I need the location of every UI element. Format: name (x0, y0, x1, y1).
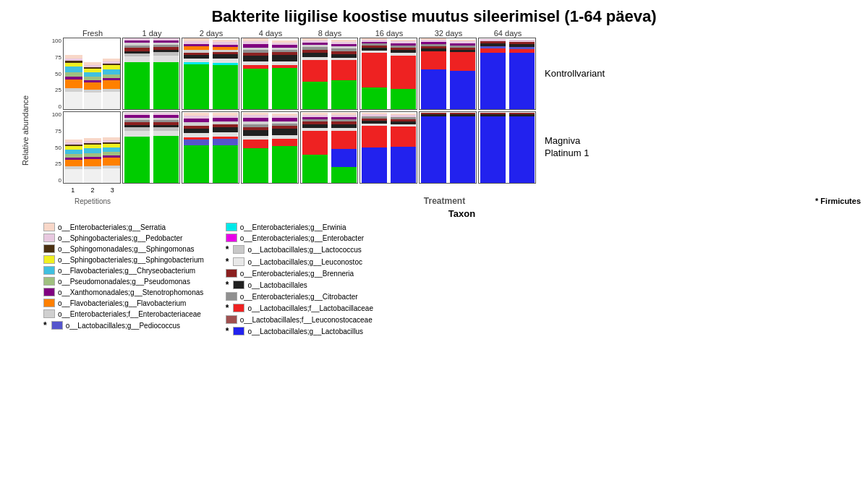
time-label-2days: 2 days (182, 29, 241, 38)
bar-1day-2-row1 (153, 38, 179, 109)
bar-4days-2-row1 (272, 40, 297, 109)
time-label-fresh: Fresh (63, 29, 122, 38)
chart-2days-row2 (182, 111, 239, 184)
legend-item-pedobacter: o__Sphingobacteriales;g__Pedobacter (43, 234, 204, 242)
legend-color-leuconostoc (233, 257, 244, 266)
bar-8days-2-row1 (331, 40, 357, 109)
legend-item-chryseobacterium: o__Flavobacteriales;g__Chryseobacterium (43, 266, 204, 275)
chart-4days-row2 (241, 111, 299, 184)
chart-32days-row2 (419, 111, 477, 184)
legend-item-leuconostoc: * o__Lactobacillales;g__Leuconostoc (226, 257, 373, 267)
chart-1day-row1 (122, 38, 180, 110)
legend-item-lactobacillus: * o__Lactobacillales;g__Lactobacillus (226, 326, 373, 336)
legend-item-flavobacterium: o__Flavobacteriales;g__Flavobacterium (43, 299, 204, 307)
time-label-4days: 4 days (241, 29, 300, 38)
chart-fresh-row2 (63, 111, 121, 184)
taxon-label: Taxon (448, 208, 475, 219)
chart-fresh-row1 (63, 38, 121, 110)
legend-color-citrobacter (226, 292, 237, 301)
legend-color-lactococcus (233, 245, 244, 254)
chart-2days-row1 (182, 38, 239, 110)
row-kontrollvariant: 100 75 50 25 0 (31, 38, 861, 110)
legend-color-stenotrophomonas (43, 288, 55, 296)
legend-col-left: o__Enterobacteriales;g__Serratia o__Sphi… (43, 223, 204, 336)
bar-8days-2-row2 (331, 113, 357, 183)
legend-color-enterobacteriaceae (43, 309, 55, 318)
legend-item-erwinia: o__Enterobacteriales;g__Erwinia (226, 223, 373, 231)
legend-color-lactobacillus (233, 327, 244, 335)
chart-32days-row1 (419, 38, 477, 110)
chart-8days-row2 (300, 111, 358, 184)
row-label-kontrollvariant: Kontrollvariant (545, 68, 605, 80)
chart-16days-row1 (359, 38, 417, 110)
legend-item-brenneria: o__Enterobacteriales;g__Brenneria (226, 269, 373, 278)
time-label-8days: 8 days (300, 29, 359, 38)
bar-2days-2-row2 (213, 113, 238, 183)
bar-2days-1-row2 (184, 113, 209, 183)
x-tick-1: 1 (71, 187, 75, 194)
legend-item-lactobacillales: * o__Lactobacillales (226, 280, 373, 290)
legend-color-erwinia (226, 223, 237, 231)
time-label-1day: 1 day (122, 29, 182, 38)
legend-item-stenotrophomonas: o__Xanthomonadales;g__Stenotrophomonas (43, 288, 204, 296)
treatment-label: Treatment (424, 196, 465, 206)
legend-color-brenneria (226, 269, 237, 278)
bar-16days-1-row2 (362, 113, 387, 183)
legend-item-serratia: o__Enterobacteriales;g__Serratia (43, 223, 204, 231)
time-label-64days: 64 days (478, 29, 537, 38)
legend-item-sphingomonas: o__Sphingomonadales;g__Sphingomonas (43, 244, 204, 253)
legend-item-lactobacillaceae: * o__Lactobacillales;f__Lactobacillaceae (226, 303, 373, 313)
bar-4days-1-row1 (243, 38, 268, 109)
bar-16days-1-row1 (362, 38, 387, 109)
bar-4days-2-row2 (272, 114, 297, 183)
legend-color-pseudomonas (43, 277, 55, 286)
legend-color-enterobacter (226, 234, 237, 242)
bar-64days-2-row2 (509, 113, 535, 183)
legend-color-flavobacterium (43, 299, 55, 307)
legend-color-lactobacillaceae (233, 304, 244, 312)
bar-1day-1-row1 (124, 38, 150, 109)
firmicutes-label: * Firmicutes (815, 197, 861, 205)
legend-item-lactococcus: * o__Lactobacillales;g__Lactococcus (226, 244, 373, 254)
legend-color-pediococcus (51, 321, 63, 330)
legend-color-lactobacillales (233, 281, 244, 289)
time-label-16days: 16 days (359, 29, 419, 38)
repetitions-label: Repetitions (75, 197, 111, 205)
legend-item-citrobacter: o__Enterobacteriales;g__Citrobacter (226, 292, 373, 301)
bar-fresh-2-row2 (84, 138, 101, 183)
bar-fresh-1-row1 (65, 55, 82, 109)
time-label-32days: 32 days (419, 29, 478, 38)
bar-16days-2-row2 (391, 114, 416, 183)
x-tick-3: 3 (111, 187, 114, 194)
bar-32days-2-row1 (450, 40, 475, 109)
bar-32days-1-row2 (421, 113, 446, 183)
chart-64days-row2 (478, 111, 536, 184)
legend-col-right: o__Enterobacteriales;g__Erwinia o__Enter… (226, 223, 373, 336)
chart-4days-row1 (241, 38, 299, 110)
bar-fresh-3-row1 (103, 59, 120, 109)
legend-item-pediococcus: * o__Lactobacillales;g__Pediococcus (43, 320, 204, 330)
bar-16days-2-row1 (391, 40, 416, 109)
x-tick-2: 2 (90, 187, 94, 194)
legend-color-leuconostocaceae (226, 315, 237, 324)
legend-color-chryseobacterium (43, 266, 55, 275)
chart-8days-row1 (300, 38, 358, 110)
bar-64days-1-row1 (480, 39, 506, 109)
chart-1day-row2 (122, 111, 180, 184)
main-title: Bakterite liigilise koostise muutus sile… (0, 0, 868, 26)
bar-64days-1-row2 (480, 113, 506, 183)
bar-fresh-3-row2 (103, 137, 120, 183)
row-label-magniva: MagnivaPlatinum 1 (545, 135, 589, 160)
bar-1day-1-row2 (124, 113, 150, 183)
bar-fresh-2-row1 (84, 62, 101, 109)
legend-item-leuconostocaceae: o__Lactobacillales;f__Leuconostocaceae (226, 315, 373, 324)
legend-area: o__Enterobacteriales;g__Serratia o__Sphi… (0, 220, 868, 336)
row-magniva: 100 75 50 25 0 (31, 111, 861, 184)
chart-64days-row1 (478, 38, 536, 110)
bar-4days-1-row2 (243, 113, 268, 183)
bar-32days-2-row2 (450, 113, 475, 183)
bar-fresh-1-row2 (65, 140, 82, 183)
bar-8days-1-row1 (302, 38, 328, 109)
bar-8days-1-row2 (302, 113, 328, 183)
bar-1day-2-row2 (153, 113, 179, 183)
